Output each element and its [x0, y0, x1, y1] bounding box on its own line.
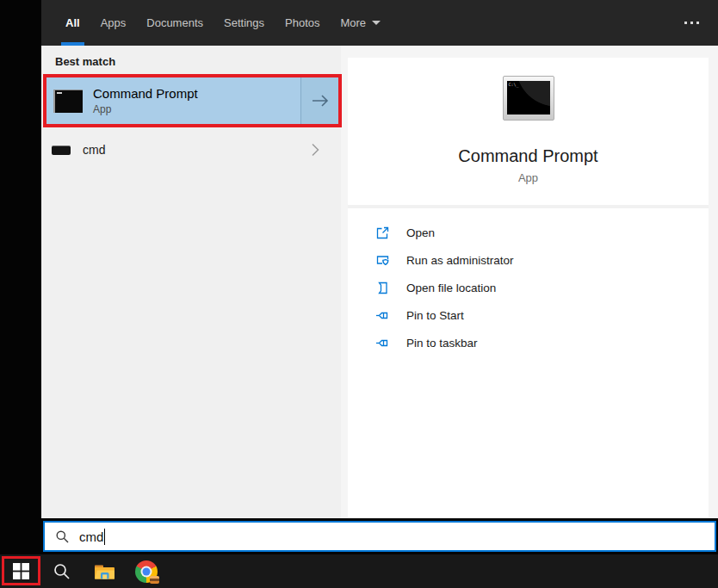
command-prompt-icon: C:\_: [503, 76, 554, 121]
tab-photos[interactable]: Photos: [275, 0, 330, 46]
action-list: Open Run as administrator: [348, 219, 709, 356]
tab-more[interactable]: More: [330, 0, 391, 46]
ellipsis-icon: [684, 22, 687, 24]
chrome-badge-icon: [150, 576, 159, 584]
tab-documents[interactable]: Documents: [136, 0, 214, 46]
detail-app-subtitle: App: [348, 171, 709, 184]
best-match-subtitle: App: [93, 103, 198, 115]
action-open[interactable]: Open: [348, 219, 709, 246]
command-prompt-icon: [52, 145, 71, 155]
windows-search-screen: { "topbar": { "tabs": [ { "label": "All"…: [0, 0, 718, 588]
divider: [348, 205, 709, 208]
annotation-box-start-button: [2, 556, 40, 585]
action-pin-to-taskbar[interactable]: Pin to taskbar: [348, 329, 709, 356]
action-run-as-administrator[interactable]: Run as administrator: [348, 246, 709, 274]
file-explorer-icon: [94, 563, 115, 580]
search-input-value: cmd: [79, 529, 103, 544]
chevron-right-icon[interactable]: [310, 141, 320, 158]
pin-icon: [375, 308, 390, 323]
best-match-result[interactable]: Command Prompt App: [46, 77, 338, 124]
best-match-header: Best match: [55, 55, 115, 68]
tab-all[interactable]: All: [55, 0, 90, 46]
chevron-down-icon: [372, 21, 381, 25]
command-prompt-icon: [53, 90, 83, 113]
taskbar: [0, 554, 718, 588]
ellipsis-menu-button[interactable]: [684, 0, 699, 46]
search-flyout-window: All Apps Documents Settings Photos More …: [41, 0, 718, 518]
tab-apps[interactable]: Apps: [90, 0, 137, 46]
open-icon: [375, 226, 390, 240]
filter-tabs: All Apps Documents Settings Photos More: [55, 0, 391, 46]
search-icon: [55, 529, 70, 544]
chrome-icon: [135, 560, 158, 583]
taskbar-file-explorer-button[interactable]: [87, 554, 121, 588]
pin-icon: [375, 336, 390, 350]
expand-result-button[interactable]: [300, 77, 338, 124]
search-suggestion-cmd[interactable]: cmd: [41, 133, 341, 166]
best-match-title: Command Prompt: [93, 86, 198, 101]
detail-app-title: Command Prompt: [348, 146, 709, 166]
text-cursor: [104, 529, 105, 545]
taskbar-search-button[interactable]: [45, 554, 79, 588]
run-as-admin-icon: [375, 253, 390, 268]
start-button[interactable]: [4, 559, 38, 583]
annotation-box-best-match: Command Prompt App: [43, 74, 342, 127]
search-icon: [53, 562, 71, 581]
arrow-right-icon: [310, 93, 331, 108]
suggestion-label: cmd: [83, 143, 105, 157]
search-input[interactable]: cmd: [43, 521, 716, 552]
result-detail-panel: C:\_ Command Prompt App Open: [348, 58, 709, 518]
action-pin-to-start[interactable]: Pin to Start: [348, 301, 709, 329]
tab-settings[interactable]: Settings: [214, 0, 275, 46]
search-results-area: Best match Command Prompt App: [41, 46, 718, 518]
search-filter-bar: All Apps Documents Settings Photos More: [41, 0, 718, 46]
open-file-location-icon: [375, 281, 390, 295]
windows-logo-icon: [13, 563, 29, 579]
results-list-panel: Best match Command Prompt App: [41, 46, 341, 518]
taskbar-chrome-button[interactable]: [129, 554, 164, 588]
action-open-file-location[interactable]: Open file location: [348, 274, 709, 301]
